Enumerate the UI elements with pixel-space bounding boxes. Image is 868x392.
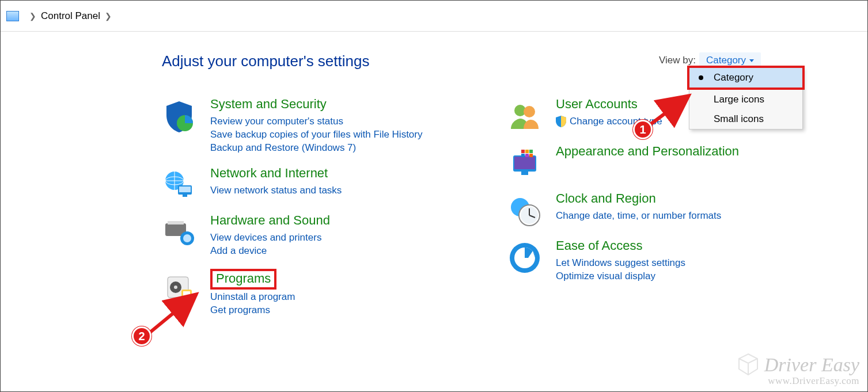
view-by-menu: Category Large icons Small icons — [689, 67, 803, 130]
svg-rect-7 — [168, 221, 184, 224]
category-clock-region: Clock and Region Change date, time, or n… — [507, 191, 784, 228]
category-appearance-personalization: Appearance and Personalization — [507, 144, 784, 181]
category-ease-of-access: Ease of Access Let Windows suggest setti… — [507, 238, 784, 284]
category-link[interactable]: Change date, time, or number formats — [556, 210, 721, 222]
category-link[interactable]: Uninstall a program — [210, 291, 295, 303]
category-link[interactable]: Review your computer's status — [210, 116, 423, 127]
chevron-right-icon[interactable]: ❯ — [29, 12, 36, 21]
category-title[interactable]: Ease of Access — [556, 238, 642, 253]
category-title[interactable]: Hardware and Sound — [210, 213, 330, 228]
breadcrumb-control-panel[interactable]: Control Panel — [41, 10, 100, 22]
category-link[interactable]: View network status and tasks — [210, 185, 342, 196]
hardware-sound-icon — [162, 215, 196, 250]
annotation-badge-2: 2 — [132, 326, 151, 346]
system-security-icon — [162, 99, 196, 134]
user-accounts-icon — [507, 99, 542, 134]
category-link[interactable]: Get programs — [210, 305, 295, 316]
category-system-security: System and Security Review your computer… — [162, 97, 438, 155]
view-by-label: View by: — [659, 55, 696, 66]
view-by-option-large-icons[interactable]: Large icons — [689, 90, 802, 109]
category-link[interactable]: Add a device — [210, 245, 330, 257]
appearance-personalization-icon — [507, 146, 542, 181]
category-column-left: System and Security Review your computer… — [162, 97, 438, 328]
shield-icon — [556, 116, 566, 127]
svg-rect-22 — [529, 150, 533, 153]
svg-rect-25 — [529, 154, 533, 157]
category-hardware-sound: Hardware and Sound View devices and prin… — [162, 213, 438, 258]
category-title[interactable]: Clock and Region — [556, 191, 656, 206]
caret-down-icon — [749, 59, 754, 62]
svg-point-12 — [174, 286, 177, 289]
svg-rect-14 — [183, 291, 190, 298]
watermark-url: www.DriverEasy.com — [737, 376, 859, 387]
annotation-badge-1: 1 — [633, 120, 653, 139]
view-by-option-small-icons[interactable]: Small icons — [689, 109, 802, 129]
category-programs: Programs Uninstall a program Get program… — [162, 269, 438, 318]
watermark: Driver Easy www.DriverEasy.com — [737, 353, 859, 387]
svg-point-16 — [524, 106, 535, 117]
control-panel-icon — [6, 11, 19, 21]
network-internet-icon — [162, 168, 196, 203]
cube-icon — [737, 353, 760, 376]
category-title[interactable]: Network and Internet — [210, 166, 328, 181]
category-network-internet: Network and Internet View network status… — [162, 166, 438, 203]
view-by-current: Category — [706, 55, 746, 66]
svg-rect-19 — [521, 172, 528, 175]
category-title[interactable]: Appearance and Personalization — [556, 144, 739, 159]
watermark-brand: Driver Easy — [764, 354, 859, 375]
svg-rect-24 — [525, 154, 529, 157]
view-by-option-category[interactable]: Category — [689, 68, 802, 87]
category-link[interactable]: Save backup copies of your files with Fi… — [210, 129, 423, 140]
ease-of-access-icon — [507, 241, 542, 275]
category-title[interactable]: Programs — [216, 271, 271, 286]
programs-icon — [162, 271, 196, 306]
svg-rect-5 — [183, 195, 187, 197]
svg-rect-23 — [521, 154, 525, 157]
chevron-right-icon[interactable]: ❯ — [105, 12, 112, 21]
svg-rect-21 — [525, 150, 529, 153]
svg-rect-20 — [521, 150, 525, 153]
category-link[interactable]: Backup and Restore (Windows 7) — [210, 142, 423, 154]
category-title[interactable]: System and Security — [210, 97, 327, 112]
annotation-highlight-programs: Programs — [210, 269, 276, 290]
category-link[interactable]: Let Windows suggest settings — [556, 257, 685, 269]
svg-rect-4 — [179, 187, 191, 192]
svg-point-9 — [183, 234, 191, 242]
breadcrumb-bar: ❯ Control Panel ❯ — [1, 1, 867, 32]
clock-region-icon — [507, 193, 542, 228]
category-link[interactable]: View devices and printers — [210, 232, 330, 243]
category-link[interactable]: Optimize visual display — [556, 271, 685, 282]
svg-rect-18 — [514, 157, 535, 169]
category-title[interactable]: User Accounts — [556, 97, 638, 112]
